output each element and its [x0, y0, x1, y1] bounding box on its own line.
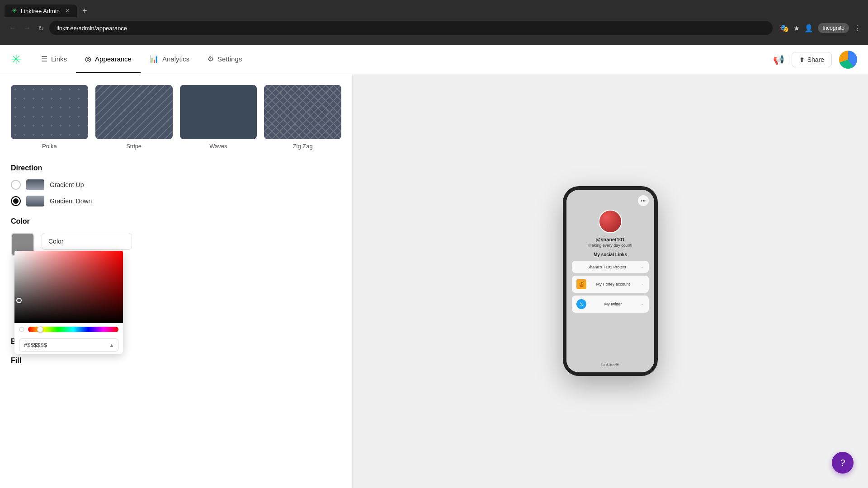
stripe-label: Stripe: [95, 143, 173, 150]
hex-input-row: #$$$$$$ ▲: [14, 336, 123, 354]
logo[interactable]: ✳: [11, 52, 21, 67]
polka-preview: [11, 85, 88, 139]
settings-label: Settings: [217, 55, 242, 63]
phone-link-twitter-arrow: →: [640, 302, 644, 307]
cast-icon[interactable]: 🎭: [780, 24, 789, 33]
menu-icon[interactable]: ⋮: [854, 24, 861, 33]
gradient-down-option[interactable]: Gradient Down: [11, 196, 341, 206]
phone-footer: Linktree✳: [601, 362, 619, 367]
notification-button[interactable]: 📢: [773, 54, 784, 65]
nav-link-analytics[interactable]: 📊 Analytics: [141, 46, 198, 73]
gradient-up-option[interactable]: Gradient Up: [11, 179, 341, 190]
phone-link-t101-label: Shane's T101 Project: [576, 265, 637, 269]
tab-title: Linktree Admin: [21, 8, 60, 14]
bookmark-icon[interactable]: ★: [793, 24, 800, 33]
color-label-field[interactable]: Color: [42, 233, 132, 250]
settings-icon: ⚙: [208, 55, 214, 63]
address-bar[interactable]: [49, 21, 773, 35]
twitter-icon: 𝕏: [576, 299, 586, 309]
nav-link-appearance[interactable]: ◎ Appearance: [76, 46, 141, 73]
color-title: Color: [11, 217, 341, 225]
phone-bio: Making every day count!: [588, 243, 632, 248]
zigzag-preview: [264, 85, 341, 139]
phone-link-honey[interactable]: 🍯 My Honey account →: [572, 276, 649, 293]
forward-button[interactable]: →: [22, 22, 33, 34]
reload-button[interactable]: ↻: [36, 22, 46, 34]
hue-slider[interactable]: [28, 327, 118, 332]
color-picker-popup: #$$$$$$ ▲: [14, 251, 123, 354]
color-gradient-dark: [14, 251, 123, 323]
fill-section: Fill: [11, 357, 341, 365]
color-hue-bar: [14, 323, 123, 336]
hex-arrow-up[interactable]: ▲: [109, 342, 114, 348]
phone-link-t101[interactable]: Shane's T101 Project →: [572, 261, 649, 273]
fill-title: Fill: [11, 357, 341, 365]
polka-label: Polka: [11, 143, 88, 150]
help-button[interactable]: ?: [832, 452, 854, 474]
color-swatch-container: Color: [11, 233, 341, 256]
left-panel: Polka Stripe Waves Zig Zag Direction: [0, 74, 353, 488]
color-field-label: Color: [48, 238, 63, 245]
phone-link-twitter-label: My twitter: [589, 302, 637, 306]
app-container: ✳ ☰ Links ◎ Appearance 📊 Analytics ⚙ Set…: [0, 45, 868, 488]
phone-link-twitter[interactable]: 𝕏 My twitter →: [572, 296, 649, 313]
color-gradient-bg: [14, 251, 123, 323]
gradient-down-preview: [26, 196, 44, 206]
share-button[interactable]: ⬆ Share: [792, 52, 832, 67]
nav-link-settings[interactable]: ⚙ Settings: [198, 46, 251, 73]
direction-title: Direction: [11, 164, 341, 172]
honey-icon: 🍯: [576, 279, 586, 289]
phone-mockup: ••• @shanet101 Making every day count! M…: [563, 186, 658, 376]
avatar[interactable]: [839, 51, 857, 69]
pattern-grid: Polka Stripe Waves Zig Zag: [11, 85, 341, 150]
hex-value: #$$$$$$: [24, 342, 113, 348]
tab-close-btn[interactable]: ✕: [65, 8, 70, 14]
gradient-up-label: Gradient Up: [50, 181, 84, 188]
phone-avatar: [599, 210, 622, 233]
content-area: Polka Stripe Waves Zig Zag Direction: [0, 74, 868, 488]
gradient-down-radio[interactable]: [11, 196, 21, 206]
share-icon: ⬆: [799, 56, 805, 63]
zigzag-label: Zig Zag: [264, 143, 341, 150]
new-tab-button[interactable]: +: [79, 5, 91, 18]
nav-right: 📢 ⬆ Share: [773, 51, 857, 69]
phone-footer-label: Linktree✳: [601, 362, 619, 367]
gradient-down-label: Gradient Down: [50, 197, 92, 205]
phone-dots-button[interactable]: •••: [638, 195, 649, 206]
phone-link-honey-arrow: →: [640, 282, 644, 287]
appearance-icon: ◎: [85, 55, 91, 63]
gradient-up-preview: [26, 179, 44, 190]
pattern-zigzag-card[interactable]: Zig Zag: [264, 85, 341, 150]
phone-link-honey-label: My Honey account: [589, 282, 637, 286]
hue-thumb[interactable]: [37, 326, 43, 333]
pattern-stripe-card[interactable]: Stripe: [95, 85, 173, 150]
appearance-label: Appearance: [95, 55, 132, 63]
gradient-up-radio[interactable]: [11, 180, 21, 190]
incognito-badge: Incognito: [818, 23, 849, 33]
browser-chrome: ✳ Linktree Admin ✕ + ← → ↻ 🎭 ★ 👤 Incogni…: [0, 0, 868, 45]
pattern-polka-card[interactable]: Polka: [11, 85, 88, 150]
direction-section: Direction Gradient Up Gradient Down: [11, 164, 341, 206]
top-nav: ✳ ☰ Links ◎ Appearance 📊 Analytics ⚙ Set…: [0, 45, 868, 74]
tab-favicon: ✳: [12, 7, 17, 14]
color-section: Color Color: [11, 217, 341, 256]
phone-avatar-img: [599, 211, 621, 232]
active-tab[interactable]: ✳ Linktree Admin ✕: [5, 5, 77, 17]
right-panel: ••• @shanet101 Making every day count! M…: [353, 74, 868, 488]
color-gradient-area[interactable]: [14, 251, 123, 323]
links-label: Links: [51, 55, 67, 63]
browser-controls: ← → ↻ 🎭 ★ 👤 Incognito ⋮: [0, 18, 868, 38]
waves-label: Waves: [180, 143, 257, 150]
pattern-waves-card[interactable]: Waves: [180, 85, 257, 150]
links-icon: ☰: [41, 55, 47, 63]
analytics-label: Analytics: [162, 55, 189, 63]
color-cursor[interactable]: [16, 298, 22, 303]
nav-links: ☰ Links ◎ Appearance 📊 Analytics ⚙ Setti…: [32, 46, 251, 73]
nav-link-links[interactable]: ☰ Links: [32, 46, 76, 73]
hex-input[interactable]: #$$$$$$ ▲: [19, 338, 118, 352]
waves-preview: [180, 85, 257, 139]
back-button[interactable]: ←: [7, 22, 18, 34]
profile-icon[interactable]: 👤: [804, 24, 813, 33]
stripe-preview: [95, 85, 173, 139]
phone-username: @shanet101: [596, 237, 625, 242]
